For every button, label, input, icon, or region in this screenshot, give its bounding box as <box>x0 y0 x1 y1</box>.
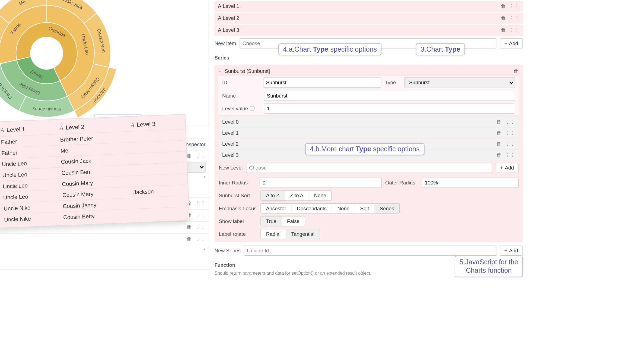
trash-icon[interactable]: 🗑 <box>187 224 192 230</box>
series-type-select[interactable]: Sunburst <box>404 77 515 88</box>
trash-icon[interactable]: 🗑 <box>514 68 519 74</box>
drag-icon[interactable]: ⋮⋮ <box>505 152 515 158</box>
trash-icon[interactable]: 🗑 <box>496 141 502 147</box>
dataset-item[interactable]: A:Level 2🗑⋮⋮ <box>215 12 523 24</box>
emphasis-group[interactable]: Ancestor Descendants None Self Series <box>260 203 400 214</box>
show-opt[interactable]: False <box>282 217 305 226</box>
series-level[interactable]: Level 2🗑⋮⋮ <box>219 139 518 149</box>
drag-icon[interactable]: ⋮⋮ <box>505 119 515 125</box>
queryinspector-link[interactable]: inspector <box>185 142 205 148</box>
newitem-select[interactable] <box>240 38 496 49</box>
series-collapse[interactable]: ⌄Sunburst [Sunburst]🗑 <box>215 66 523 76</box>
drag-icon[interactable]: ⋮⋮ <box>195 224 206 230</box>
series-level[interactable]: Level 0🗑⋮⋮ <box>219 117 518 127</box>
rotate-opt[interactable]: Tangential <box>286 229 320 239</box>
drag-icon[interactable]: ⋮⋮ <box>195 212 206 218</box>
trash-icon[interactable]: 🗑 <box>187 153 192 159</box>
emph-opt[interactable]: None <box>332 204 355 213</box>
sort-opt[interactable]: Z to A <box>285 191 309 200</box>
drag-icon[interactable]: ⋮⋮ <box>509 27 519 33</box>
drag-icon[interactable]: ⋮⋮ <box>509 3 519 9</box>
trash-icon[interactable]: 🗑 <box>501 3 506 9</box>
newlevel-label: New Level <box>219 165 243 171</box>
trash-icon[interactable]: 🗑 <box>496 152 502 158</box>
drag-icon[interactable]: ⋮⋮ <box>505 141 515 147</box>
series-label: Series <box>210 53 527 63</box>
level-value-input[interactable] <box>264 103 515 114</box>
show-opt[interactable]: True <box>261 217 282 226</box>
sort-opt[interactable]: A to Z <box>261 191 285 200</box>
trash-icon[interactable]: 🗑 <box>496 130 502 136</box>
dataset-item[interactable]: A:Level 3🗑⋮⋮ <box>215 24 523 36</box>
trash-icon[interactable]: 🗑 <box>501 15 506 21</box>
chevron-up-icon: ˄ <box>203 176 206 181</box>
chevron-up-icon: ˄ <box>203 248 206 253</box>
trash-icon[interactable]: 🗑 <box>496 119 502 125</box>
outer-radius-input[interactable] <box>422 178 519 188</box>
drag-icon[interactable]: ⋮⋮ <box>505 130 515 136</box>
add-item-button[interactable]: + Add <box>500 38 523 49</box>
series-level[interactable]: Level 1🗑⋮⋮ <box>219 128 518 138</box>
info-icon: ⓘ <box>249 105 254 111</box>
newlevel-select[interactable] <box>246 163 492 173</box>
dataframe-overlay: ALevel 0ALevel 1ALevel 2ALevel 3GrandpaF… <box>0 114 190 231</box>
emph-opt[interactable]: Self <box>355 204 375 213</box>
emph-opt[interactable]: Ancestor <box>261 204 292 213</box>
drag-icon[interactable]: ⋮⋮ <box>195 200 206 206</box>
values-section[interactable]: Values˄ <box>0 245 210 256</box>
rotate-opt[interactable]: Radial <box>261 229 286 239</box>
drag-icon[interactable]: ⋮⋮ <box>509 15 519 21</box>
add-series-button[interactable]: + Add <box>500 246 523 256</box>
emph-opt[interactable]: Series <box>375 204 399 213</box>
svg-text:Cousin Jenny: Cousin Jenny <box>32 107 61 112</box>
series-level[interactable]: Level 3🗑⋮⋮ <box>219 150 518 160</box>
function-label: Function <box>210 260 527 270</box>
add-level-button[interactable]: + Add <box>495 163 518 173</box>
value-row[interactable]: › #1 <box>0 269 210 280</box>
trash-icon[interactable]: 🗑 <box>501 27 506 33</box>
trash-icon[interactable]: 🗑 <box>187 236 192 242</box>
chevron-down-icon: ⌄ <box>219 69 222 73</box>
drag-icon[interactable]: ⋮⋮ <box>195 236 206 242</box>
sort-opt[interactable]: None <box>309 191 331 200</box>
newseries-label: New Series <box>215 248 241 254</box>
field-row[interactable]: ›Level 3 [string]🗑⋮⋮ <box>0 233 210 245</box>
series-id-input[interactable] <box>263 77 381 88</box>
inner-radius-input[interactable] <box>260 178 382 188</box>
emph-opt[interactable]: Descendants <box>292 204 332 213</box>
newseries-input[interactable] <box>244 246 496 256</box>
sort-group[interactable]: A to Z Z to A None <box>260 190 332 201</box>
dataset-item[interactable]: A:Level 1🗑⋮⋮ <box>215 1 523 12</box>
function-note: Should return parameters and data for se… <box>210 270 527 278</box>
showlabel-group[interactable]: True False <box>260 216 305 226</box>
drag-icon[interactable]: ⋮⋮ <box>195 153 206 159</box>
rotate-group[interactable]: Radial Tangential <box>260 229 320 239</box>
series-name-input[interactable] <box>264 91 515 101</box>
sunburst-chart: GrandpaFatherBrother PeterMeUncle LeoCou… <box>0 0 209 126</box>
newitem-label: New Item <box>215 40 236 46</box>
